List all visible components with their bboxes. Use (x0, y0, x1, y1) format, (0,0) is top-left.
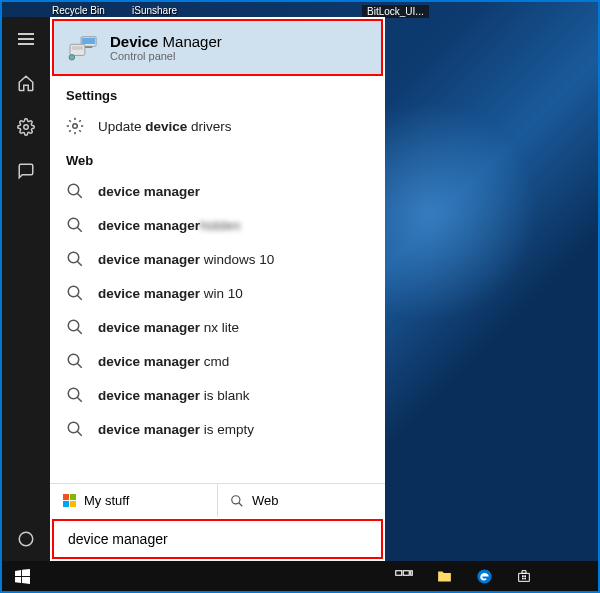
svg-point-8 (73, 124, 78, 129)
svg-point-15 (68, 286, 79, 297)
web-result-item[interactable]: device manager windows 10 (50, 242, 385, 276)
search-sidebar (2, 17, 50, 561)
svg-point-19 (68, 354, 79, 365)
svg-line-26 (239, 502, 243, 506)
svg-point-9 (68, 184, 79, 195)
search-input[interactable]: device manager (52, 519, 383, 559)
desktop-icon-recycle-bin[interactable]: Recycle Bin (52, 5, 105, 16)
svg-line-24 (77, 431, 82, 436)
svg-rect-33 (522, 578, 524, 580)
search-icon (66, 352, 84, 370)
task-view-button[interactable] (384, 561, 424, 591)
svg-point-1 (19, 532, 33, 546)
svg-rect-27 (396, 571, 402, 576)
cortana-icon (17, 530, 35, 548)
feedback-icon (17, 162, 35, 180)
search-icon (66, 386, 84, 404)
hamburger-icon (18, 33, 34, 45)
device-manager-icon (68, 35, 98, 61)
edge-icon (476, 568, 493, 585)
web-result-item[interactable]: device manager cmd (50, 344, 385, 378)
svg-point-23 (68, 422, 79, 433)
windows-icon (15, 569, 30, 584)
svg-point-7 (69, 54, 75, 60)
windows-logo-icon (62, 494, 76, 508)
search-results-panel: Device Manager Control panel Settings Up… (50, 17, 385, 561)
store-icon (516, 568, 532, 584)
web-result-item[interactable]: device manager is empty (50, 412, 385, 446)
svg-point-11 (68, 218, 79, 229)
svg-line-10 (77, 193, 82, 198)
svg-point-21 (68, 388, 79, 399)
search-icon (66, 284, 84, 302)
folder-icon (436, 568, 453, 585)
svg-line-16 (77, 295, 82, 300)
settings-button[interactable] (2, 105, 50, 149)
svg-rect-34 (524, 578, 526, 580)
svg-point-0 (24, 125, 29, 130)
feedback-button[interactable] (2, 149, 50, 193)
svg-point-17 (68, 320, 79, 331)
start-button[interactable] (2, 561, 42, 591)
search-icon (66, 182, 84, 200)
best-match-text: Device Manager Control panel (110, 33, 222, 62)
taskbar-app-store[interactable] (504, 561, 544, 591)
svg-line-22 (77, 397, 82, 402)
search-icon (230, 494, 244, 508)
desktop-icon-isunshare[interactable]: iSunshare (132, 5, 177, 16)
svg-rect-31 (522, 575, 524, 577)
web-result-item[interactable]: device manager nx lite (50, 310, 385, 344)
search-tabs: My stuff Web (50, 483, 385, 517)
svg-rect-32 (524, 575, 526, 577)
section-web: Web (50, 143, 385, 174)
settings-result-item[interactable]: Update device drivers (50, 109, 385, 143)
web-result-item[interactable]: device manager is blank (50, 378, 385, 412)
svg-rect-4 (85, 46, 92, 48)
web-result-item[interactable]: device managerhidden (50, 208, 385, 242)
svg-rect-6 (72, 46, 83, 50)
svg-point-25 (232, 495, 240, 503)
svg-line-14 (77, 261, 82, 266)
svg-line-12 (77, 227, 82, 232)
svg-rect-3 (82, 37, 95, 44)
best-match-result[interactable]: Device Manager Control panel (52, 19, 383, 76)
svg-line-20 (77, 363, 82, 368)
menu-button[interactable] (2, 17, 50, 61)
taskbar-app-explorer[interactable] (424, 561, 464, 591)
svg-line-18 (77, 329, 82, 334)
tab-web[interactable]: Web (218, 484, 385, 517)
search-icon (66, 318, 84, 336)
taskbar (2, 561, 598, 591)
task-view-icon (395, 570, 413, 582)
home-button[interactable] (2, 61, 50, 105)
gear-icon (66, 117, 84, 135)
search-icon (66, 420, 84, 438)
web-result-item[interactable]: device manager (50, 174, 385, 208)
svg-point-13 (68, 252, 79, 263)
tab-my-stuff[interactable]: My stuff (50, 484, 218, 517)
search-icon (66, 250, 84, 268)
home-icon (17, 74, 35, 92)
section-settings: Settings (50, 78, 385, 109)
gear-icon (17, 118, 35, 136)
svg-rect-28 (403, 571, 409, 576)
cortana-button[interactable] (2, 517, 50, 561)
taskbar-app-edge[interactable] (464, 561, 504, 591)
search-icon (66, 216, 84, 234)
svg-rect-29 (411, 571, 413, 576)
web-result-item[interactable]: device manager win 10 (50, 276, 385, 310)
